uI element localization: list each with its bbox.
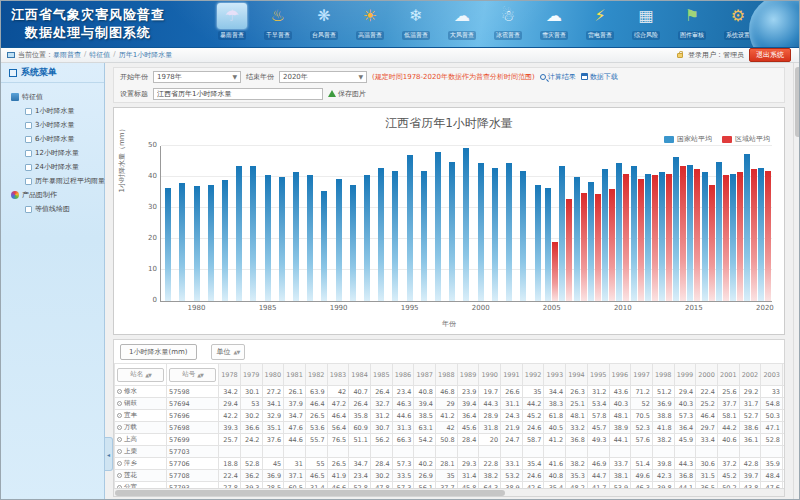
toolbar-item-high-temp[interactable]: ☀高温普查 bbox=[347, 3, 393, 47]
start-year-select[interactable]: 1978年 ▼ bbox=[153, 71, 241, 83]
station-name-cell[interactable]: 万载 bbox=[115, 422, 167, 434]
logout-button[interactable]: 退出系统 bbox=[749, 48, 791, 62]
bar-group-2000[interactable] bbox=[474, 146, 488, 301]
bar-group-1990[interactable] bbox=[332, 146, 346, 301]
bar-group-1980[interactable] bbox=[189, 146, 203, 301]
bar-group-2008[interactable] bbox=[587, 146, 601, 301]
station-name-cell[interactable]: 宜丰 bbox=[115, 410, 167, 422]
station-name-cell[interactable]: 上高 bbox=[115, 434, 167, 446]
station-name-cell[interactable]: 修水 bbox=[115, 386, 167, 398]
radio-icon[interactable] bbox=[117, 401, 122, 406]
bar-group-2016[interactable] bbox=[701, 146, 715, 301]
measure-button[interactable]: 1小时降水量(mm) bbox=[120, 344, 197, 360]
bar-group-2010[interactable] bbox=[616, 146, 630, 301]
vertical-scrollbar-thumb[interactable] bbox=[795, 67, 800, 137]
bar-group-1991[interactable] bbox=[346, 146, 360, 301]
station-name-cell[interactable]: 莲花 bbox=[115, 470, 167, 482]
bar-group-2019[interactable] bbox=[744, 146, 758, 301]
chart-title-input[interactable] bbox=[153, 88, 323, 100]
bar-group-2017[interactable] bbox=[715, 146, 729, 301]
sidebar-item[interactable]: 等值线绘图 bbox=[25, 204, 104, 214]
sidebar-item[interactable]: 3小时降水量 bbox=[25, 120, 104, 130]
table-row[interactable]: 修水5759834.230.127.226.163.94240.726.423.… bbox=[115, 386, 785, 398]
bar-group-1996[interactable] bbox=[417, 146, 431, 301]
horizontal-scrollbar[interactable] bbox=[114, 488, 785, 496]
bar-group-2007[interactable] bbox=[573, 146, 587, 301]
bar-group-2012[interactable] bbox=[644, 146, 658, 301]
toolbar-item-map-review[interactable]: ⚑图件审核 bbox=[669, 3, 715, 47]
bar-group-1992[interactable] bbox=[360, 146, 374, 301]
toolbar-item-typhoon[interactable]: ❋台风普查 bbox=[301, 3, 347, 47]
radio-icon[interactable] bbox=[117, 461, 122, 466]
bar-group-1995[interactable] bbox=[403, 146, 417, 301]
bar-group-1982[interactable] bbox=[218, 146, 232, 301]
breadcrumb-item[interactable]: 暴雨普查 bbox=[53, 50, 81, 60]
sidebar-item[interactable]: 12小时降水量 bbox=[25, 148, 104, 158]
station-name-cell[interactable]: 萍乡 bbox=[115, 458, 167, 470]
radio-icon[interactable] bbox=[117, 413, 122, 418]
toolbar-item-calculator[interactable]: ▦综合风险 bbox=[623, 3, 669, 47]
bar-group-2020[interactable] bbox=[758, 146, 772, 301]
bar-group-1998[interactable] bbox=[445, 146, 459, 301]
sidebar-item[interactable]: 24小时降水量 bbox=[25, 162, 104, 172]
table-row[interactable]: 萍乡5770618.852.845315526.534.728.457.340.… bbox=[115, 458, 785, 470]
bar-group-2015[interactable] bbox=[687, 146, 701, 301]
sidebar-item[interactable]: 历年暴雨过程平均雨量 bbox=[25, 176, 104, 186]
breadcrumb-item[interactable]: 特征值 bbox=[89, 50, 110, 60]
station-name-header[interactable]: 站名▲▼ bbox=[115, 364, 167, 386]
sidebar-group-features[interactable]: 特征值 bbox=[11, 92, 104, 102]
radio-icon[interactable] bbox=[117, 473, 122, 478]
toolbar-item-hail[interactable]: ☃冰雹普查 bbox=[485, 3, 531, 47]
radio-icon[interactable] bbox=[117, 449, 122, 454]
toolbar-item-gale[interactable]: ☁大风普查 bbox=[439, 3, 485, 47]
table-row[interactable]: 宜丰5769642.230.232.934.726.546.435.831.24… bbox=[115, 410, 785, 422]
bar-group-1999[interactable] bbox=[459, 146, 473, 301]
station-id-header[interactable]: 站号▲▼ bbox=[167, 364, 219, 386]
station-name-cell[interactable]: 上栗 bbox=[115, 446, 167, 458]
table-row[interactable]: 万载5769839.336.635.147.653.656.460.930.73… bbox=[115, 422, 785, 434]
sidebar-collapse-handle[interactable]: ◂ bbox=[105, 437, 113, 471]
bar-group-1978[interactable] bbox=[161, 146, 175, 301]
bar-group-1984[interactable] bbox=[246, 146, 260, 301]
table-row[interactable]: 上高5769925.724.237.644.655.776.551.156.26… bbox=[115, 434, 785, 446]
bar-group-1997[interactable] bbox=[431, 146, 445, 301]
bar-group-1981[interactable] bbox=[204, 146, 218, 301]
bar-group-1989[interactable] bbox=[317, 146, 331, 301]
bar-group-1985[interactable] bbox=[260, 146, 274, 301]
unit-sort-control[interactable]: 单位 ▲▼ bbox=[211, 344, 246, 360]
radio-icon[interactable] bbox=[117, 437, 122, 442]
bar-group-2006[interactable] bbox=[559, 146, 573, 301]
bar-group-2004[interactable] bbox=[530, 146, 544, 301]
toolbar-item-snow[interactable]: ☁雪灾普查 bbox=[531, 3, 577, 47]
bar-group-1983[interactable] bbox=[232, 146, 246, 301]
toolbar-item-lightning[interactable]: ⚡雷电普查 bbox=[577, 3, 623, 47]
bar-group-2003[interactable] bbox=[516, 146, 530, 301]
table-row[interactable]: 上栗57703 bbox=[115, 446, 785, 458]
bar-group-2009[interactable] bbox=[601, 146, 615, 301]
bar-group-1994[interactable] bbox=[388, 146, 402, 301]
bar-group-2014[interactable] bbox=[673, 146, 687, 301]
toolbar-item-low-temp[interactable]: ❄低温普查 bbox=[393, 3, 439, 47]
station-name-cell[interactable]: 铜鼓 bbox=[115, 398, 167, 410]
end-year-select[interactable]: 2020年 ▼ bbox=[279, 71, 367, 83]
bar-group-2011[interactable] bbox=[630, 146, 644, 301]
sidebar-group-products[interactable]: 产品图制作 bbox=[11, 190, 104, 200]
bar-group-2013[interactable] bbox=[658, 146, 672, 301]
bar-group-2002[interactable] bbox=[502, 146, 516, 301]
breadcrumb-item[interactable]: 历年1小时降水量 bbox=[119, 50, 172, 60]
sidebar-item[interactable]: 1小时降水量 bbox=[25, 106, 104, 116]
save-image-button[interactable]: 保存图片 bbox=[328, 89, 366, 99]
calculate-button[interactable]: 计算结果 bbox=[540, 72, 576, 82]
bar-group-1979[interactable] bbox=[175, 146, 189, 301]
bar-group-1987[interactable] bbox=[289, 146, 303, 301]
radio-icon[interactable] bbox=[117, 389, 122, 394]
toolbar-item-drought[interactable]: ♨干旱普查 bbox=[255, 3, 301, 47]
table-row[interactable]: 莲花5770822.436.236.937.146.541.923.430.23… bbox=[115, 470, 785, 482]
sidebar-item[interactable]: 6小时降水量 bbox=[25, 134, 104, 144]
bar-group-2018[interactable] bbox=[729, 146, 743, 301]
toolbar-item-rainstorm[interactable]: ☂暴雨普查 bbox=[209, 3, 255, 47]
radio-icon[interactable] bbox=[117, 425, 122, 430]
download-data-button[interactable]: 数据下载 bbox=[581, 72, 618, 82]
horizontal-scrollbar-thumb[interactable] bbox=[115, 490, 505, 496]
bar-group-1993[interactable] bbox=[374, 146, 388, 301]
